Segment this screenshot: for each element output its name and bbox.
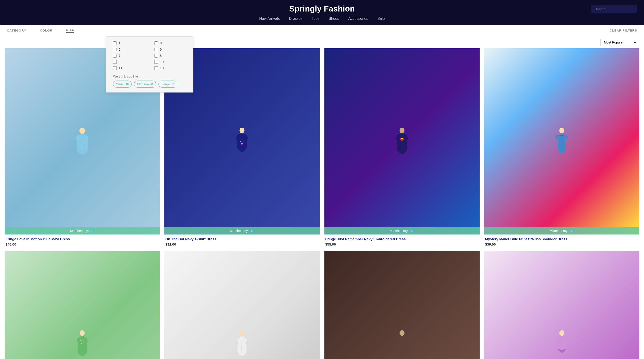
svg-point-23	[559, 331, 564, 336]
size-filter[interactable]: SIZE	[66, 28, 74, 33]
drop-icon-2: 💧	[410, 229, 414, 233]
matches-bar-2: Matches my: 💧	[324, 227, 480, 235]
size-option-5[interactable]: 5	[113, 47, 145, 51]
size-checkbox-1[interactable]	[113, 41, 117, 45]
size-option-6[interactable]: 6	[154, 47, 186, 51]
svg-point-11	[400, 128, 404, 133]
size-checkbox-7[interactable]	[113, 54, 117, 57]
product-price-3: $39.00	[484, 242, 640, 246]
product-name-2: Fringe Just Remember Navy Embroidered Dr…	[324, 237, 480, 241]
product-placeholder-4	[4, 251, 160, 359]
nav-new-arrivals[interactable]: New Arrivals	[259, 16, 280, 21]
products-grid: Matches my: 💧 Fringe Love In Motion Blue…	[0, 48, 644, 359]
svg-point-19	[81, 343, 82, 345]
product-card-3[interactable]: Matches my: 💧 Mystery Maker Blue Print O…	[484, 48, 640, 246]
matches-bar-1: Matches my: 💧	[164, 227, 320, 235]
product-placeholder-3	[484, 48, 640, 235]
product-price-2: $55.00	[324, 242, 480, 246]
svg-point-13	[402, 138, 403, 139]
svg-point-3	[240, 128, 244, 133]
matches-bar-0: Matches my: 💧	[4, 227, 160, 235]
drop-icon-0: 💧	[90, 229, 94, 233]
size-checkbox-9[interactable]	[113, 60, 117, 64]
matches-text-0: Matches my:	[70, 229, 89, 233]
size-option-11[interactable]: 11	[113, 66, 145, 70]
svg-point-18	[83, 342, 84, 343]
sort-bar: Most Popular Price: Low to High Price: H…	[0, 36, 644, 48]
product-image-4: Matches my: 💧	[4, 251, 160, 359]
svg-point-10	[241, 142, 243, 144]
size-option-9[interactable]: 9	[113, 60, 145, 64]
svg-point-14	[559, 128, 564, 133]
product-image-3: Matches my: 💧	[484, 48, 640, 235]
clear-filters-button[interactable]: CLEAR FILTERS	[610, 29, 637, 32]
size-option-7[interactable]: 7	[113, 54, 145, 57]
we-think-label: We think you like	[113, 74, 186, 78]
size-option-1[interactable]: 1	[113, 41, 145, 45]
product-name-0: Fringe Love In Motion Blue Maxi Dress	[4, 237, 160, 241]
svg-point-12	[401, 138, 402, 139]
size-tag-large-label: Large	[162, 82, 170, 86]
size-dropdown: 1 3 5 6 7 8 9 10	[106, 36, 194, 92]
size-tag-medium-plus: ⊕	[150, 82, 153, 86]
nav-tops[interactable]: Tops	[312, 16, 320, 21]
size-checkbox-5[interactable]	[113, 48, 117, 51]
matches-text-3: Matches my:	[550, 229, 568, 233]
product-card-7[interactable]: Matches my: 💧 Floral Ruffle Mini Dress $…	[484, 251, 640, 359]
product-price-0: $46.00	[4, 242, 160, 246]
product-card-5[interactable]: Matches my: 💧 Classic White Wrap Dress $…	[164, 251, 320, 359]
svg-point-5	[242, 139, 243, 139]
size-tag-medium-label: Medium	[137, 82, 149, 86]
nav-sale[interactable]: Sale	[377, 16, 385, 21]
size-checkbox-10[interactable]	[154, 60, 158, 64]
product-placeholder-7	[484, 251, 640, 359]
size-option-10[interactable]: 10	[154, 60, 186, 64]
main-nav: New Arrivals Dresses Tops Shoes Accessor…	[259, 16, 385, 21]
size-tag-small-label: Small	[116, 82, 124, 86]
nav-dresses[interactable]: Dresses	[289, 16, 302, 21]
size-checkbox-3[interactable]	[154, 41, 158, 45]
size-tags: Small ⊕ Medium ⊕ Large ⊕	[113, 80, 186, 88]
size-checkbox-11[interactable]	[113, 66, 117, 70]
size-checkbox-8[interactable]	[154, 54, 158, 57]
size-checkbox-6[interactable]	[154, 48, 158, 51]
drop-icon-3: 💧	[570, 229, 574, 233]
product-card-2[interactable]: Matches my: 💧 Fringe Just Remember Navy …	[324, 48, 480, 246]
size-tag-medium[interactable]: Medium ⊕	[134, 80, 156, 88]
svg-point-20	[240, 331, 244, 336]
product-card-6[interactable]: Matches my: 💧 Boho Chic Wrap Maxi $49.00	[324, 251, 480, 359]
sort-select[interactable]: Most Popular Price: Low to High Price: H…	[600, 39, 637, 46]
svg-point-4	[241, 140, 242, 140]
category-filter[interactable]: CATEGORY	[7, 29, 26, 32]
site-header: Springly Fashion New Arrivals Dresses To…	[0, 0, 644, 25]
product-image-5: Matches my: 💧	[164, 251, 320, 359]
size-option-13[interactable]: 13	[154, 66, 186, 70]
svg-point-22	[400, 331, 404, 336]
size-grid: 1 3 5 6 7 8 9 10	[113, 41, 186, 70]
size-checkbox-13[interactable]	[154, 66, 158, 70]
product-card-4[interactable]: Matches my: 💧 Sundress Summer Bloom $42.…	[4, 251, 160, 359]
size-option-8[interactable]: 8	[154, 54, 186, 57]
search-input[interactable]	[591, 5, 637, 13]
product-placeholder-6	[324, 251, 480, 359]
svg-point-7	[243, 141, 244, 142]
filter-bar: CATEGORY COLOR SIZE 1 3 5 6 7 8	[0, 25, 644, 36]
svg-rect-15	[559, 135, 564, 136]
product-image-6: Matches my: 💧	[324, 251, 480, 359]
product-image-2: Matches my: 💧	[324, 48, 480, 235]
size-option-3[interactable]: 3	[154, 41, 186, 45]
svg-point-16	[80, 331, 84, 336]
color-filter[interactable]: COLOR	[40, 29, 52, 32]
site-title: Springly Fashion	[289, 4, 355, 13]
nav-shoes[interactable]: Shoes	[328, 16, 339, 21]
size-tag-small[interactable]: Small ⊕	[113, 80, 132, 88]
svg-point-0	[80, 128, 85, 134]
product-name-1: On The Dot Navy T-Shirt Dress	[164, 237, 320, 241]
matches-text-2: Matches my:	[390, 229, 409, 233]
nav-accessories[interactable]: Accessories	[348, 16, 368, 21]
size-tag-large[interactable]: Large ⊕	[158, 80, 177, 88]
size-tag-small-plus: ⊕	[126, 82, 129, 86]
svg-point-6	[240, 141, 241, 142]
matches-text-1: Matches my:	[230, 229, 249, 233]
product-placeholder-5	[164, 251, 320, 359]
